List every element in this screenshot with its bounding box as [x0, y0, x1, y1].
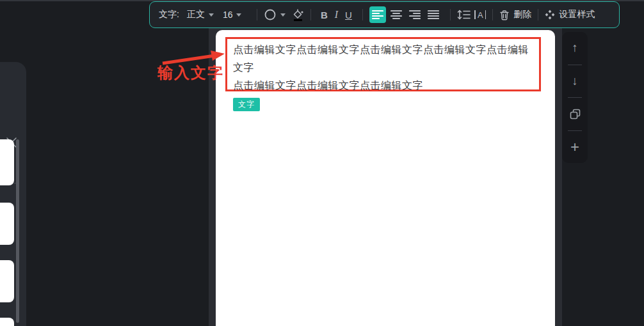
paragraph-style-dropdown[interactable]: 正文: [187, 9, 214, 20]
slide-thumbnail[interactable]: [0, 139, 14, 185]
textbox-line: 点击编辑文字点击编辑文字点击编辑文字: [233, 77, 539, 95]
align-right-button[interactable]: [407, 6, 423, 23]
chevron-down-icon: [209, 13, 214, 17]
chevron-down-icon: [236, 13, 241, 17]
toolbar-separator: [257, 9, 257, 20]
left-slide-panel: [0, 62, 26, 326]
textbox-line: 点击编辑文字点击编辑文字点击编辑文字点击编辑文字点击编辑文字: [233, 41, 539, 77]
italic-button[interactable]: I: [330, 9, 342, 20]
letter-spacing-button[interactable]: A: [474, 10, 486, 20]
style-diamonds-icon: [545, 10, 555, 20]
slide-thumbnail[interactable]: [0, 318, 14, 326]
paragraph-style-value: 正文: [187, 9, 205, 20]
fill-color-button[interactable]: [292, 8, 304, 21]
slide-thumbnail[interactable]: [0, 203, 14, 245]
toolbar-text-label: 文字:: [159, 9, 179, 20]
toolbar-divider: [568, 130, 582, 131]
align-center-button[interactable]: [388, 6, 405, 23]
font-size-value: 16: [223, 10, 233, 20]
move-down-button[interactable]: ↓: [562, 68, 588, 94]
toolbar-separator: [310, 9, 311, 20]
add-element-button[interactable]: +: [562, 134, 588, 160]
editable-textbox[interactable]: 点击编辑文字点击编辑文字点击编辑文字点击编辑文字点击编辑文字 点击编辑文字点击编…: [225, 37, 541, 91]
text-type-badge: 文字: [233, 98, 260, 111]
delete-label: 删除: [513, 9, 531, 20]
toolbar-divider: [568, 97, 582, 98]
duplicate-button[interactable]: [562, 101, 588, 127]
underline-button[interactable]: U: [342, 10, 355, 20]
text-format-toolbar: 文字: 正文 16 B I U: [149, 1, 620, 28]
element-actions-toolbar: ↑ ↓ +: [562, 32, 588, 163]
slide-canvas[interactable]: 点击编辑文字点击编辑文字点击编辑文字点击编辑文字点击编辑文字 点击编辑文字点击编…: [216, 30, 555, 326]
align-center-icon: [390, 10, 402, 20]
text-color-circle-icon: [264, 8, 277, 21]
chevron-down-icon: [280, 13, 286, 17]
bold-button[interactable]: B: [318, 10, 330, 20]
toolbar-separator: [492, 9, 493, 20]
left-panel-scrollbar[interactable]: [16, 139, 19, 323]
copy-icon: [570, 109, 581, 120]
set-style-label: 设置样式: [559, 9, 595, 20]
align-left-icon: [372, 10, 383, 20]
toolbar-separator: [362, 9, 363, 20]
editor-workspace: 点击编辑文字点击编辑文字点击编辑文字点击编辑文字点击编辑文字 点击编辑文字点击编…: [209, 28, 562, 326]
align-justify-button[interactable]: [425, 6, 442, 23]
align-left-button[interactable]: [369, 6, 386, 23]
letter-spacing-bar-icon: [485, 10, 487, 19]
line-spacing-icon: [457, 10, 471, 20]
trash-icon: [499, 10, 510, 20]
toolbar-separator: [538, 9, 538, 20]
annotation-label: 输入文字: [157, 63, 224, 83]
paint-bucket-icon: [292, 8, 304, 21]
align-right-icon: [409, 10, 421, 20]
toolbar-separator: [450, 9, 451, 20]
arrow-up-icon: ↑: [572, 41, 578, 55]
plus-icon: +: [570, 138, 579, 156]
text-color-dropdown[interactable]: [264, 8, 286, 21]
move-up-button[interactable]: ↑: [562, 35, 588, 61]
toolbar-divider: [568, 65, 582, 65]
line-spacing-button[interactable]: [457, 10, 471, 20]
arrow-down-icon: ↓: [572, 74, 578, 88]
align-justify-icon: [428, 10, 439, 20]
letter-spacing-letter: A: [477, 10, 484, 20]
delete-button[interactable]: 删除: [499, 9, 531, 20]
slide-thumbnail[interactable]: [0, 260, 14, 302]
letter-spacing-bar-icon: [474, 10, 476, 19]
set-style-button[interactable]: 设置样式: [545, 9, 595, 20]
font-size-dropdown[interactable]: 16: [223, 10, 242, 20]
